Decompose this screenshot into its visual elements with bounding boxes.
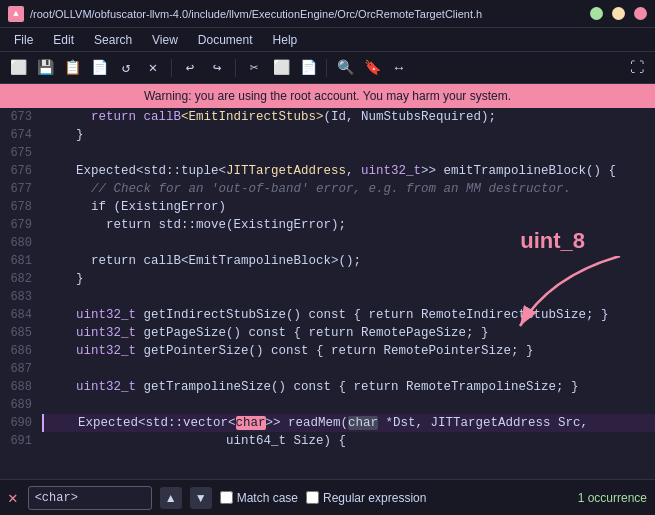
warning-bar: Warning: you are using the root account.…	[0, 84, 655, 108]
table-row: 685 uint32_t getPageSize() const { retur…	[0, 324, 655, 342]
table-row: 682 }	[0, 270, 655, 288]
table-row: 675	[0, 144, 655, 162]
new-button[interactable]: ⬜	[6, 56, 30, 80]
table-row: 677 // Check for an 'out-of-band' error,…	[0, 180, 655, 198]
line-content: }	[42, 126, 655, 144]
line-content	[42, 360, 655, 378]
toolbar-sep-3	[326, 59, 327, 77]
menu-help[interactable]: Help	[265, 31, 306, 49]
menu-document[interactable]: Document	[190, 31, 261, 49]
line-content: return std::move(ExistingError);	[42, 216, 655, 234]
line-content: if (ExistingError)	[42, 198, 655, 216]
table-row: 688 uint32_t getTrampolineSize() const {…	[0, 378, 655, 396]
code-lines: 673 return callB<EmitIndirectStubs>(Id, …	[0, 108, 655, 450]
find-result: 1 occurrence	[578, 491, 647, 505]
line-number: 685	[0, 324, 42, 342]
table-row: 674 }	[0, 126, 655, 144]
line-content	[42, 234, 655, 252]
table-row: 680	[0, 234, 655, 252]
find-next-button[interactable]: ▼	[190, 487, 212, 509]
toolbar-sep-2	[235, 59, 236, 77]
cut-button[interactable]: ✂	[242, 56, 266, 80]
close-doc-button[interactable]: ✕	[141, 56, 165, 80]
find-input[interactable]	[35, 491, 145, 505]
table-row: 690 Expected<std::vector<char>> readMem(…	[0, 414, 655, 432]
redo-button[interactable]: ↪	[205, 56, 229, 80]
find-input-wrap	[28, 486, 152, 510]
search-button[interactable]: 🔍	[333, 56, 357, 80]
line-content	[42, 144, 655, 162]
table-row: 679 return std::move(ExistingError);	[0, 216, 655, 234]
line-number: 679	[0, 216, 42, 234]
table-row: 676 Expected<std::tuple<JITTargetAddress…	[0, 162, 655, 180]
match-case-option[interactable]: Match case	[220, 491, 298, 505]
find-bar: ✕ ▲ ▼ Match case Regular expression 1 oc…	[0, 479, 655, 515]
line-number: 688	[0, 378, 42, 396]
line-content	[42, 396, 655, 414]
line-number: 678	[0, 198, 42, 216]
match-case-checkbox[interactable]	[220, 491, 233, 504]
regex-label: Regular expression	[323, 491, 426, 505]
line-content: uint32_t getTrampolineSize() const { ret…	[42, 378, 655, 396]
match-case-label: Match case	[237, 491, 298, 505]
table-row: 689	[0, 396, 655, 414]
save-button[interactable]: 💾	[33, 56, 57, 80]
table-row: 687	[0, 360, 655, 378]
line-number: 674	[0, 126, 42, 144]
app-icon: ▲	[8, 6, 24, 22]
close-button[interactable]	[634, 7, 647, 20]
toolbar-sep-1	[171, 59, 172, 77]
line-number: 681	[0, 252, 42, 270]
title-bar: ▲ /root/OLLVM/obfuscator-llvm-4.0/includ…	[0, 0, 655, 28]
line-content: }	[42, 270, 655, 288]
line-content: Expected<std::tuple<JITTargetAddress, ui…	[42, 162, 655, 180]
paste-button[interactable]: 📄	[296, 56, 320, 80]
regex-checkbox[interactable]	[306, 491, 319, 504]
line-content: // Check for an 'out-of-band' error, e.g…	[42, 180, 655, 198]
line-number: 684	[0, 306, 42, 324]
line-number: 690	[0, 414, 42, 432]
table-row: 686 uint32_t getPointerSize() const { re…	[0, 342, 655, 360]
bookmarks-button[interactable]: 🔖	[360, 56, 384, 80]
line-number: 673	[0, 108, 42, 126]
menu-bar: File Edit Search View Document Help	[0, 28, 655, 52]
maximize-button[interactable]	[612, 7, 625, 20]
code-editor[interactable]: 673 return callB<EmitIndirectStubs>(Id, …	[0, 108, 655, 479]
line-content: uint32_t getPageSize() const { return Re…	[42, 324, 655, 342]
table-row: 691 uint64_t Size) {	[0, 432, 655, 450]
table-row: 683	[0, 288, 655, 306]
line-number: 682	[0, 270, 42, 288]
minimize-button[interactable]	[590, 7, 603, 20]
line-content: uint32_t getPointerSize() const { return…	[42, 342, 655, 360]
warning-text: Warning: you are using the root account.…	[144, 89, 511, 103]
line-number: 691	[0, 432, 42, 450]
menu-file[interactable]: File	[6, 31, 41, 49]
menu-view[interactable]: View	[144, 31, 186, 49]
line-number: 689	[0, 396, 42, 414]
menu-search[interactable]: Search	[86, 31, 140, 49]
line-content: uint64_t Size) {	[42, 432, 655, 450]
line-number: 680	[0, 234, 42, 252]
regex-option[interactable]: Regular expression	[306, 491, 426, 505]
line-number: 683	[0, 288, 42, 306]
line-number: 687	[0, 360, 42, 378]
line-content	[42, 288, 655, 306]
table-row: 673 return callB<EmitIndirectStubs>(Id, …	[0, 108, 655, 126]
table-row: 684 uint32_t getIndirectStubSize() const…	[0, 306, 655, 324]
replace-button[interactable]: ↔	[387, 56, 411, 80]
line-content: return callB<EmitTrampolineBlock>();	[42, 252, 655, 270]
line-content: uint32_t getIndirectStubSize() const { r…	[42, 306, 655, 324]
menu-edit[interactable]: Edit	[45, 31, 82, 49]
line-number: 676	[0, 162, 42, 180]
find-prev-button[interactable]: ▲	[160, 487, 182, 509]
table-row: 678 if (ExistingError)	[0, 198, 655, 216]
fullscreen-button[interactable]: ⛶	[625, 56, 649, 80]
reload-button[interactable]: ↺	[114, 56, 138, 80]
save-as-button[interactable]: 📋	[60, 56, 84, 80]
toolbar: ⬜ 💾 📋 📄 ↺ ✕ ↩ ↪ ✂ ⬜ 📄 🔍 🔖 ↔ ⛶	[0, 52, 655, 84]
copy-button[interactable]: ⬜	[269, 56, 293, 80]
save-all-button[interactable]: 📄	[87, 56, 111, 80]
undo-button[interactable]: ↩	[178, 56, 202, 80]
find-close-button[interactable]: ✕	[8, 488, 18, 508]
line-number: 677	[0, 180, 42, 198]
